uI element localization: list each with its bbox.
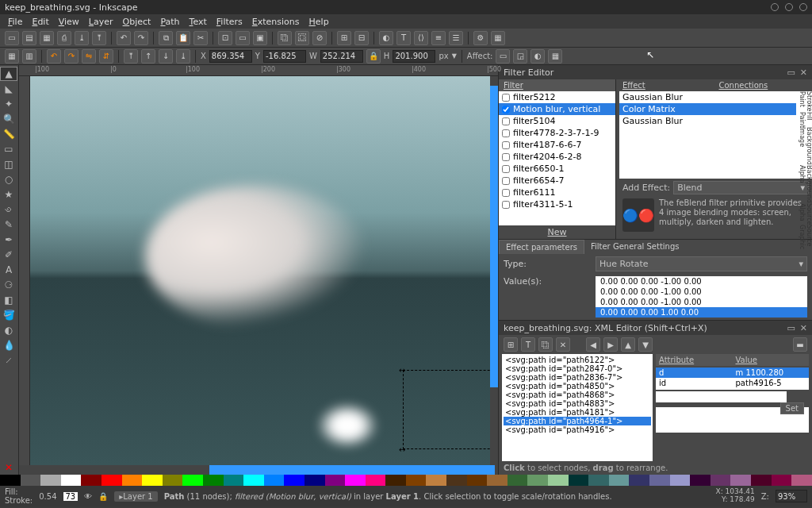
- panel-close-icon[interactable]: ✕: [800, 67, 807, 78]
- print-icon[interactable]: ⎙: [57, 31, 71, 45]
- new-filter-button[interactable]: New: [499, 225, 615, 239]
- swatch[interactable]: [487, 475, 508, 486]
- swatch[interactable]: [304, 475, 325, 486]
- paste-icon[interactable]: 📋: [176, 31, 190, 45]
- xml-node[interactable]: <svg:path id="path4850">: [504, 382, 651, 391]
- xml-node[interactable]: <svg:path id="path2836-7">: [504, 373, 651, 382]
- zoom-fit-icon[interactable]: ⊡: [218, 31, 232, 45]
- select-all-icon[interactable]: ▦: [5, 49, 19, 64]
- swatch[interactable]: [772, 475, 792, 486]
- xml-node[interactable]: <svg:path id="path4916">: [504, 425, 651, 434]
- align-icon[interactable]: ≡: [431, 31, 446, 45]
- measure-tool[interactable]: 📏: [0, 127, 17, 141]
- filter-item[interactable]: filter4204-6-2-8: [499, 151, 615, 163]
- flip-h-icon[interactable]: ⇋: [82, 49, 96, 64]
- swatch-x-icon[interactable]: ✕: [0, 460, 17, 475]
- xml-unindent-icon[interactable]: ◀: [586, 337, 600, 352]
- text-tool[interactable]: A: [0, 263, 17, 277]
- redo-icon[interactable]: ↷: [134, 31, 148, 45]
- affect-corners-icon[interactable]: ◲: [513, 49, 527, 64]
- affect-stroke-icon[interactable]: ▭: [496, 49, 510, 64]
- panel-min-icon[interactable]: ▭: [787, 67, 795, 78]
- swatch[interactable]: [446, 475, 467, 486]
- swatch[interactable]: [40, 475, 61, 486]
- filter-item[interactable]: filter6650-1: [499, 163, 615, 175]
- xml-node[interactable]: <svg:path id="path2847-0">: [504, 364, 651, 373]
- swatch[interactable]: [345, 475, 366, 486]
- h-input[interactable]: [393, 50, 435, 63]
- xml-down-icon[interactable]: ▼: [638, 337, 653, 352]
- menu-object[interactable]: Object: [120, 17, 155, 27]
- spiral-tool[interactable]: ꩜: [0, 202, 17, 217]
- selector-tool[interactable]: ▲: [0, 67, 17, 81]
- set-button[interactable]: Set: [780, 402, 804, 414]
- clone-icon[interactable]: ⿴: [295, 31, 309, 45]
- swatch[interactable]: [385, 475, 406, 486]
- xml-up-icon[interactable]: ▲: [621, 337, 635, 352]
- opacity-value[interactable]: 0.54: [39, 492, 56, 501]
- prefs-icon[interactable]: ⚙: [473, 31, 488, 45]
- attr-name-input[interactable]: [656, 391, 787, 402]
- ungroup-icon[interactable]: ⊟: [354, 31, 369, 45]
- menu-extensions[interactable]: Extensions: [249, 17, 303, 27]
- connections-column-header[interactable]: Connections: [716, 79, 813, 91]
- swatch[interactable]: [366, 475, 386, 486]
- cut-icon[interactable]: ✂: [193, 31, 208, 45]
- filter-item[interactable]: filter6111: [499, 187, 615, 198]
- export-icon[interactable]: ⤒: [92, 31, 106, 45]
- canvas[interactable]: ↔ ↔ ↔ ↔: [30, 76, 490, 465]
- xml-dup-icon[interactable]: ⿻: [538, 337, 553, 352]
- swatch[interactable]: [791, 475, 812, 486]
- pencil-tool[interactable]: ✎: [0, 217, 17, 232]
- zoom-page-icon[interactable]: ▭: [236, 31, 250, 45]
- xml-tree[interactable]: <svg:path id="path6122"> <svg:path id="p…: [502, 354, 653, 461]
- swatch[interactable]: [730, 475, 751, 486]
- filter-list[interactable]: filter5212Motion blur, verticalfilter510…: [499, 91, 615, 225]
- swatch[interactable]: [163, 475, 183, 486]
- xml-min-icon[interactable]: ▭: [787, 323, 795, 333]
- filter-column-header[interactable]: Filter: [499, 79, 615, 91]
- lower-bottom-icon[interactable]: ⤓: [176, 49, 190, 64]
- attr-row[interactable]: idpath4916-5: [656, 378, 809, 388]
- filter-item[interactable]: filter4187-6-6-7: [499, 139, 615, 151]
- xml-icon[interactable]: ⟨⟩: [414, 31, 428, 45]
- dropper-tool[interactable]: 💧: [0, 338, 17, 352]
- docprops-icon[interactable]: ▦: [491, 31, 505, 45]
- menu-help[interactable]: Help: [306, 17, 332, 27]
- xml-new-node-icon[interactable]: ⊞: [504, 337, 518, 352]
- swatch[interactable]: [690, 475, 710, 486]
- swatch[interactable]: [649, 475, 670, 486]
- rotate-cw-icon[interactable]: ↷: [64, 49, 79, 64]
- maximize-button[interactable]: [785, 3, 793, 11]
- swatch[interactable]: [751, 475, 772, 486]
- swatch[interactable]: [325, 475, 346, 486]
- zoom-input[interactable]: [776, 490, 807, 502]
- xml-close-icon[interactable]: ✕: [800, 323, 807, 333]
- swatch[interactable]: [21, 475, 41, 486]
- raise-top-icon[interactable]: ⤒: [124, 49, 138, 64]
- effect-item[interactable]: Color Matrix: [619, 103, 796, 115]
- rotate-ccw-icon[interactable]: ↶: [47, 49, 61, 64]
- y-input[interactable]: [263, 50, 306, 63]
- filter-item[interactable]: filter6654-7: [499, 175, 615, 187]
- menu-filters[interactable]: Filters: [213, 17, 246, 27]
- xml-node[interactable]: <svg:path id="path6122">: [504, 356, 651, 364]
- layers-icon[interactable]: ☰: [449, 31, 463, 45]
- values-matrix[interactable]: 0.00 0.00 0.00 -1.00 0.000.00 0.00 0.00 …: [596, 276, 807, 318]
- horizontal-scrollbar[interactable]: [19, 465, 498, 475]
- layer-number[interactable]: 73: [63, 492, 79, 501]
- swatch[interactable]: [548, 475, 569, 486]
- swatch[interactable]: [142, 475, 163, 486]
- gradient-tool[interactable]: ◐: [0, 323, 17, 337]
- swatch[interactable]: [406, 475, 427, 486]
- fill-tool[interactable]: 🪣: [0, 308, 17, 322]
- swatch[interactable]: [284, 475, 304, 486]
- import-icon[interactable]: ⤓: [75, 31, 89, 45]
- swatch[interactable]: [609, 475, 630, 486]
- swatch[interactable]: [61, 475, 82, 486]
- effect-item[interactable]: Gaussian Blur: [619, 91, 796, 103]
- tweak-tool[interactable]: ✦: [0, 97, 17, 111]
- swatch[interactable]: [588, 475, 609, 486]
- swatch[interactable]: [0, 475, 21, 486]
- swatch[interactable]: [670, 475, 691, 486]
